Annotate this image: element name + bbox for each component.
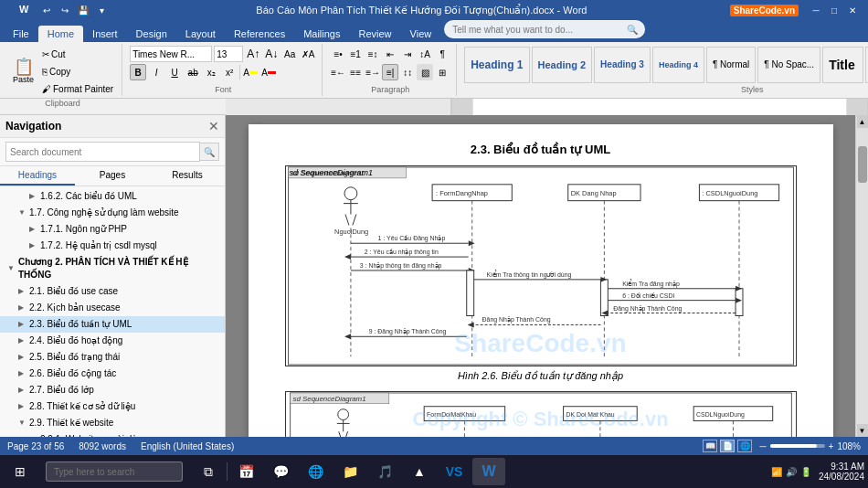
- style-heading4[interactable]: Heading 4: [652, 47, 704, 83]
- read-view-button[interactable]: 📖: [703, 440, 717, 452]
- style-heading2[interactable]: Heading 2: [532, 47, 593, 83]
- font-color-button[interactable]: A: [260, 64, 277, 80]
- nav-search-button[interactable]: 🔍: [200, 143, 219, 161]
- align-right-button[interactable]: ≡→: [365, 64, 381, 80]
- taskbar-media-app[interactable]: 🎵: [368, 458, 401, 485]
- customize-qa-button[interactable]: ▾: [93, 2, 110, 18]
- quick-access-toolbar: W ↩ ↪ 💾 ▾: [7, 2, 113, 18]
- nav-item-n3[interactable]: ▶1.7.1. Ngôn ngữ PHP: [0, 221, 225, 238]
- nav-tab-pages[interactable]: Pages: [75, 166, 150, 186]
- undo-button[interactable]: ↩: [38, 2, 55, 18]
- font-name-input[interactable]: [130, 46, 212, 62]
- nav-item-n7[interactable]: ▶2.2. Kịch bản usecase: [0, 300, 225, 316]
- justify-button[interactable]: ≡|: [382, 64, 398, 80]
- nav-search-input[interactable]: [5, 142, 200, 162]
- taskbar-settings-app[interactable]: ▲: [403, 458, 436, 485]
- nav-item-n13[interactable]: ▶2.8. Thiết kế cơ sở dữ liệu: [0, 398, 225, 415]
- zoom-slider[interactable]: [770, 444, 825, 448]
- format-painter-button[interactable]: 🖌 Format Painter: [39, 80, 116, 97]
- style-heading3[interactable]: Heading 3: [594, 47, 651, 83]
- style-heading1[interactable]: Heading 1: [464, 47, 529, 83]
- vertical-scrollbar[interactable]: ▲ ▼: [855, 115, 868, 437]
- taskbar-search-input[interactable]: [46, 461, 183, 482]
- nav-tab-results[interactable]: Results: [150, 166, 225, 186]
- task-view-button[interactable]: ⧉: [192, 458, 225, 485]
- grow-font-button[interactable]: A↑: [245, 46, 261, 62]
- taskbar-calendar-app[interactable]: 📅: [229, 458, 262, 485]
- nav-item-n12[interactable]: ▶2.7. Biểu đồ lớp: [0, 382, 225, 398]
- shrink-font-button[interactable]: A↓: [263, 46, 280, 62]
- tab-view[interactable]: View: [401, 26, 441, 42]
- nav-close-button[interactable]: ✕: [208, 119, 219, 133]
- layout-view-button[interactable]: 📄: [720, 440, 735, 452]
- nav-item-caret: ▶: [29, 224, 38, 234]
- taskbar-chat-app[interactable]: 💬: [264, 458, 297, 485]
- scrollbar-thumb[interactable]: [858, 146, 867, 183]
- clear-format-button[interactable]: ✗A: [300, 46, 316, 62]
- highlight-button[interactable]: A: [242, 64, 259, 80]
- taskbar-word-app[interactable]: W: [472, 458, 505, 485]
- numbering-button[interactable]: ≡1: [347, 46, 364, 62]
- save-button[interactable]: 💾: [75, 2, 91, 18]
- align-center-button[interactable]: ≡≡: [347, 64, 364, 80]
- nav-item-n15[interactable]: ▶2.9.1. Website người dùng: [0, 431, 225, 437]
- tab-review[interactable]: Review: [350, 26, 401, 42]
- decrease-indent-button[interactable]: ⇤: [382, 46, 398, 62]
- font-size-input[interactable]: [214, 46, 243, 62]
- underline-button[interactable]: U: [166, 64, 183, 80]
- tab-layout[interactable]: Layout: [176, 26, 225, 42]
- line-spacing-button[interactable]: ↕↕: [399, 64, 416, 80]
- nav-item-n1[interactable]: ▶1.6.2. Các biểu đồ UML: [0, 188, 225, 205]
- superscript-button[interactable]: x²: [221, 64, 238, 80]
- start-button[interactable]: ⊞: [4, 458, 37, 485]
- web-view-button[interactable]: 🌐: [737, 440, 752, 452]
- cut-button[interactable]: ✂ Cut: [39, 46, 116, 62]
- tab-file[interactable]: File: [4, 26, 38, 42]
- zoom-in-button[interactable]: +: [829, 441, 834, 451]
- redo-button[interactable]: ↪: [57, 2, 73, 18]
- nav-item-n5[interactable]: ▼Chương 2. PHÂN TÍCH VÀ THIẾT KẾ HỆ THỐN…: [0, 254, 225, 283]
- taskbar-explorer-app[interactable]: 📁: [333, 458, 366, 485]
- style-title[interactable]: Title: [822, 47, 863, 83]
- style-normal[interactable]: ¶ Normal: [706, 47, 756, 83]
- sort-button[interactable]: ↕A: [417, 46, 433, 62]
- tab-mailings[interactable]: Mailings: [294, 26, 349, 42]
- tab-references[interactable]: References: [225, 26, 294, 42]
- align-left-button[interactable]: ≡←: [330, 64, 346, 80]
- zoom-out-button[interactable]: ─: [759, 441, 766, 451]
- tab-insert[interactable]: Insert: [83, 26, 127, 42]
- nav-item-n10[interactable]: ▶2.5. Biểu đồ trạng thái: [0, 349, 225, 366]
- strikethrough-button[interactable]: ab: [185, 64, 201, 80]
- scrollbar-up-button[interactable]: ▲: [857, 115, 868, 128]
- scrollbar-down-button[interactable]: ▼: [857, 424, 868, 437]
- nav-item-n4[interactable]: ▶1.7.2. Hệ quản trị csdl mysql: [0, 238, 225, 254]
- nav-item-n11[interactable]: ▶2.6. Biểu đồ cộng tác: [0, 366, 225, 382]
- tab-home[interactable]: Home: [38, 26, 83, 42]
- italic-button[interactable]: I: [148, 64, 164, 80]
- shading-button[interactable]: ▨: [417, 64, 433, 80]
- borders-button[interactable]: ⊞: [434, 64, 450, 80]
- bold-button[interactable]: B: [130, 64, 146, 80]
- nav-tab-headings[interactable]: Headings: [0, 166, 75, 186]
- nav-item-n8[interactable]: ▶2.3. Biểu đồ tuần tự UML: [0, 316, 225, 333]
- change-case-button[interactable]: Aa: [281, 46, 298, 62]
- show-formatting-button[interactable]: ¶: [434, 46, 450, 62]
- tab-design[interactable]: Design: [127, 26, 176, 42]
- taskbar-vscode-app[interactable]: VS: [438, 458, 471, 485]
- ribbon-search-input[interactable]: [444, 20, 645, 38]
- styles-group: Heading 1 Heading 2 Heading 3 Heading 4 …: [459, 44, 868, 96]
- copy-button[interactable]: ⎘ Copy: [39, 63, 116, 80]
- nav-item-n9[interactable]: ▶2.4. Biểu đồ hoạt động: [0, 333, 225, 349]
- style-nospace[interactable]: ¶ No Spac...: [757, 47, 820, 83]
- multilevel-list-button[interactable]: ≡↕: [365, 46, 381, 62]
- search-taskbar-button[interactable]: [38, 458, 190, 485]
- paste-button[interactable]: 📋 Paste: [9, 51, 37, 91]
- paragraph-row1: ≡• ≡1 ≡↕ ⇤ ⇥ ↕A ¶: [330, 46, 450, 62]
- nav-item-n6[interactable]: ▶2.1. Biểu đồ use case: [0, 283, 225, 300]
- subscript-button[interactable]: x₂: [203, 64, 219, 80]
- nav-item-n14[interactable]: ▼2.9. Thiết kế website: [0, 415, 225, 431]
- increase-indent-button[interactable]: ⇥: [399, 46, 416, 62]
- nav-item-n2[interactable]: ▼1.7. Công nghệ sử dụng làm website: [0, 205, 225, 221]
- taskbar-browser-app[interactable]: 🌐: [299, 458, 332, 485]
- bullets-button[interactable]: ≡•: [330, 46, 346, 62]
